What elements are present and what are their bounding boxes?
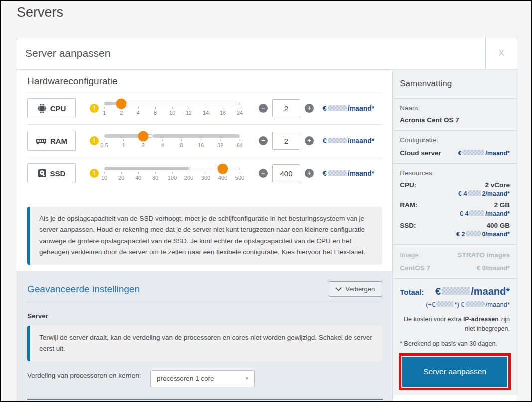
ssd-decrease-icon[interactable]: − [259, 169, 268, 178]
modal-title: Server aanpassen [17, 37, 485, 69]
total-sub-redacted-1 [436, 301, 453, 307]
advanced-settings-title: Geavanceerde instellingen [27, 284, 140, 295]
ip-note-bold: IP-adressen [463, 316, 499, 323]
ssd-price-redacted [328, 170, 347, 176]
cpu-tick-24: 24 [237, 107, 243, 116]
image-name: CentOS 7 [400, 264, 430, 272]
ram-warning-icon[interactable]: ! [90, 136, 99, 145]
ip-cost-note: De kosten voor extra IP-adressen zijn ni… [400, 315, 510, 334]
summary-name-section: Naam: Acronis Cent OS 7 [393, 99, 517, 131]
ssd-stepper: − + [259, 164, 314, 182]
ram-increase-icon[interactable]: + [305, 136, 314, 145]
ssd-slider-track[interactable] [104, 167, 240, 170]
modal-header: Server aanpassen X [17, 37, 517, 70]
server-subsection-label: Server [27, 312, 382, 320]
cpu-slider-track[interactable] [104, 102, 240, 105]
total-subline: (+€*) €/maand* [400, 301, 510, 308]
ram-slider-handle[interactable] [138, 131, 148, 141]
ssd-label: SSD [50, 169, 66, 178]
ssd-resize-note: Als je de opslagcapaciteit van de SSD ve… [27, 207, 382, 265]
ssd-tick-500: 500 [235, 172, 244, 181]
resource-ssd-price: € 20/maand* [400, 231, 510, 238]
section-divider [27, 399, 383, 400]
resource-ram-price-redacted [469, 210, 484, 216]
ram-tick-4: 4 [161, 139, 164, 148]
ssd-price-prefix: € [323, 169, 327, 177]
ssd-increase-icon[interactable]: + [305, 169, 314, 178]
cpu-tick-8: 8 [154, 107, 157, 116]
cpu-warning-icon[interactable]: ! [90, 104, 99, 113]
ram-price-suffix: /maand* [348, 137, 374, 145]
cpu-tick-4: 4 [137, 107, 140, 116]
cpu-tick-10: 10 [169, 107, 175, 116]
ram-slider-track[interactable] [104, 134, 240, 138]
close-icon[interactable]: X [485, 37, 517, 69]
submit-server-aanpassen-button[interactable]: Server aanpassen [402, 357, 507, 387]
resource-cpu-label: CPU: [400, 181, 416, 189]
resource-cpu-price-prefix: € 4 [458, 190, 467, 197]
ram-row: RAM ! 0.51248163264 − + €/maand* [27, 124, 382, 157]
ssd-slider-ticks: 10204080100200300400500 [104, 172, 240, 183]
ram-decrease-icon[interactable]: − [259, 136, 268, 145]
ssd-slider-handle[interactable] [218, 163, 228, 174]
image-provider: STRATO images [457, 251, 510, 259]
resource-ram-value: 2 GB [494, 201, 510, 209]
image-label: Image: [400, 251, 420, 259]
resource-ram-label: RAM: [400, 201, 417, 209]
cpu-price-redacted [328, 105, 347, 111]
resource-ssd-label: SSD: [400, 222, 416, 229]
cpu-row: CPU ! 12481012141624 − + €/maand* [27, 92, 382, 124]
total-sub-p1: (+€ [426, 301, 435, 308]
cpu-tick-16: 16 [220, 107, 226, 116]
cpu-tick-12: 12 [186, 107, 192, 116]
resource-ssd-price-redacted [466, 231, 481, 236]
summary-config-section: Configuratie: Cloud server €/maand* [393, 131, 517, 164]
ssd-tick-100: 100 [168, 172, 177, 181]
cpu-price-prefix: € [323, 104, 327, 112]
ram-stepper: − + [259, 132, 314, 150]
cpu-slider[interactable]: 12481012141624 [104, 99, 240, 118]
ssd-chip: SSD [27, 163, 76, 183]
resource-ssd-price-prefix: € 2 [456, 231, 465, 238]
total-sub-p3: /maand* [486, 301, 510, 308]
ssd-slider[interactable]: 10204080100200300400500 [104, 164, 240, 183]
resource-cpu-price-redacted [468, 190, 481, 196]
cpu-stepper: − + [259, 99, 314, 117]
cpu-tick-14: 14 [203, 107, 209, 116]
ram-slider-segment [104, 134, 143, 138]
ram-value-input[interactable] [272, 132, 300, 150]
ssd-tick-40: 40 [135, 172, 141, 181]
ssd-row: SSD ! 10204080100200300400500 − + €/maa [27, 157, 382, 189]
config-price-prefix: € [458, 150, 461, 157]
dropdown-caret-icon: ▾ [245, 375, 248, 382]
ssd-value-input[interactable] [272, 164, 300, 182]
cpu-increase-icon[interactable]: + [305, 104, 314, 113]
total-value: €/maand* [435, 286, 510, 297]
resource-ram-price-prefix: € 4 [460, 210, 468, 217]
ssd-icon [38, 169, 47, 178]
cpu-decrease-icon[interactable]: − [259, 104, 268, 113]
total-label: Totaal: [400, 288, 424, 296]
resource-ram-price-suffix: /maand* [485, 210, 510, 217]
processor-change-note: Terwijl de server draait, kan de verdeli… [27, 326, 382, 361]
hide-advanced-button[interactable]: Verbergen [329, 281, 382, 297]
cpu-value-input[interactable] [272, 99, 300, 117]
ssd-tick-300: 300 [201, 172, 210, 181]
ssd-warning-icon[interactable]: ! [90, 169, 99, 178]
server-name-value: Acronis Cent OS 7 [400, 116, 510, 124]
advanced-settings-header: Geavanceerde instellingen Verbergen [27, 281, 382, 303]
resource-ssd-value: 400 GB [486, 222, 510, 229]
servers-page: Servers Server aanpassen X Hardwareconfi… [0, 0, 532, 402]
processor-distribution-value: processoren 1 core [157, 375, 214, 382]
processor-distribution-field: Verdeling van processoren en kernen: pro… [27, 370, 382, 387]
cpu-slider-handle[interactable] [116, 98, 127, 109]
resource-ram-price: € 4/maand* [400, 210, 510, 217]
ram-slider[interactable]: 0.51248163264 [104, 131, 240, 150]
ram-tick-64: 64 [237, 139, 243, 148]
resource-cpu-price-suffix: 2/maand* [482, 190, 510, 197]
cpu-slider-segment [121, 102, 240, 105]
ssd-tick-80: 80 [152, 172, 158, 181]
processor-distribution-select[interactable]: processoren 1 core ▾ [150, 370, 255, 387]
config-price-redacted [462, 150, 484, 155]
total-sub-redacted-2 [466, 301, 485, 307]
